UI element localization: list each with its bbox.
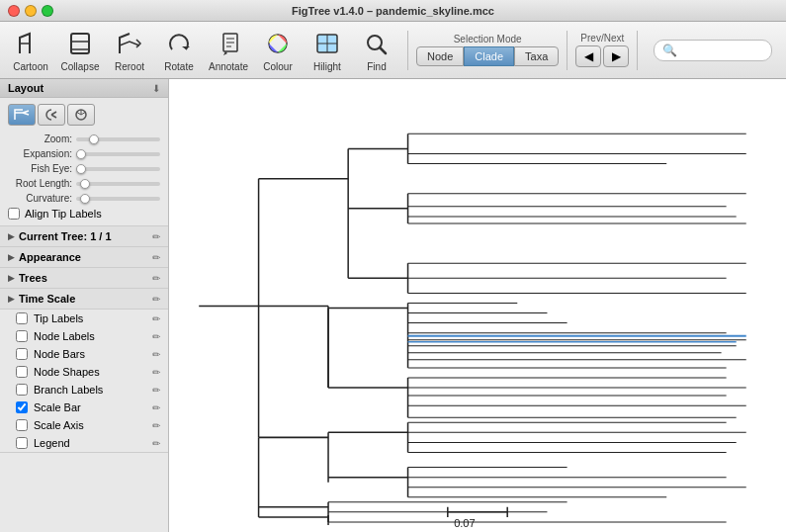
fish-eye-row: Fish Eye: — [8, 163, 160, 174]
rotate-label: Rotate — [164, 61, 193, 72]
prev-button[interactable]: ◀ — [575, 45, 601, 67]
clade-button[interactable]: Clade — [464, 46, 514, 66]
scale-axis-checkbox[interactable] — [16, 419, 28, 431]
sidebar: Layout ⬇ — [0, 79, 169, 532]
branch-labels-label: Branch Labels — [34, 384, 146, 396]
align-tip-checkbox[interactable] — [8, 208, 20, 220]
collapse-label: Collapse — [61, 61, 100, 72]
current-tree-edit-icon: ✏ — [152, 231, 160, 242]
cartoon-icon — [15, 28, 46, 59]
selection-buttons: Node Clade Taxa — [416, 46, 559, 66]
find-button[interactable]: Find — [354, 27, 399, 74]
node-shapes-item[interactable]: Node Shapes ✏ — [0, 363, 168, 381]
root-length-slider[interactable] — [76, 182, 160, 186]
node-shapes-checkbox[interactable] — [16, 366, 28, 378]
layout-polar-button[interactable] — [38, 104, 65, 126]
svg-text:0.07: 0.07 — [454, 517, 476, 529]
appearance-arrow: ▶ — [8, 252, 15, 262]
svg-line-18 — [51, 115, 56, 118]
zoom-label: Zoom: — [8, 133, 72, 144]
reroot-button[interactable]: Reroot — [107, 27, 152, 74]
annotate-label: Annotate — [209, 61, 248, 72]
separator-1 — [407, 31, 408, 70]
scale-bar-label: Scale Bar — [34, 401, 146, 413]
separator-3 — [637, 31, 638, 70]
minimize-button[interactable] — [25, 5, 37, 17]
node-shapes-label: Node Shapes — [34, 366, 146, 378]
layout-radial-button[interactable] — [67, 104, 95, 126]
cartoon-label: Cartoon — [13, 61, 48, 72]
scale-bar-item[interactable]: Scale Bar ✏ — [0, 399, 168, 416]
hilight-icon — [311, 28, 343, 59]
tree-view[interactable]: 0.07 0.07 — [169, 79, 786, 532]
separator-2 — [567, 31, 568, 70]
node-button[interactable]: Node — [416, 46, 464, 66]
time-scale-arrow: ▶ — [8, 294, 15, 304]
fish-eye-slider[interactable] — [76, 167, 160, 171]
toolbar: Cartoon Collapse Reroot — [0, 22, 786, 79]
node-labels-edit: ✏ — [152, 331, 160, 342]
branch-labels-checkbox[interactable] — [16, 384, 28, 396]
time-scale-header[interactable]: ▶ Time Scale ✏ — [0, 289, 168, 309]
zoom-row: Zoom: — [8, 133, 160, 144]
layout-title: Layout — [8, 82, 44, 94]
selection-mode-label: Selection Mode — [454, 34, 522, 44]
layout-rectangular-button[interactable] — [8, 104, 36, 126]
search-icon: 🔍 — [662, 44, 677, 57]
reroot-label: Reroot — [115, 61, 144, 72]
node-labels-item[interactable]: Node Labels ✏ — [0, 327, 168, 345]
expansion-label: Expansion: — [8, 148, 72, 159]
scale-bar-edit: ✏ — [152, 402, 160, 413]
zoom-slider[interactable] — [76, 137, 160, 141]
time-scale-edit-icon: ✏ — [152, 294, 160, 305]
layout-icons — [8, 104, 160, 126]
main-content: Layout ⬇ — [0, 79, 786, 532]
svg-line-17 — [51, 112, 56, 115]
appearance-header[interactable]: ▶ Appearance ✏ — [0, 247, 168, 267]
branch-labels-edit: ✏ — [152, 385, 160, 396]
node-bars-item[interactable]: Node Bars ✏ — [0, 345, 168, 363]
window-buttons — [8, 5, 53, 17]
legend-edit: ✏ — [152, 438, 160, 449]
expansion-slider[interactable] — [76, 152, 160, 156]
maximize-button[interactable] — [42, 5, 53, 17]
search-input[interactable] — [681, 44, 770, 56]
tip-labels-label: Tip Labels — [34, 312, 146, 324]
node-labels-checkbox[interactable] — [16, 330, 28, 342]
legend-checkbox[interactable] — [16, 437, 28, 449]
annotate-button[interactable]: Annotate — [206, 27, 251, 74]
branch-labels-item[interactable]: Branch Labels ✏ — [0, 381, 168, 399]
trees-section: ▶ Trees ✏ — [0, 268, 168, 289]
colour-button[interactable]: Colour — [255, 27, 301, 74]
legend-item[interactable]: Legend ✏ — [0, 434, 168, 452]
next-button[interactable]: ▶ — [603, 45, 629, 67]
taxa-button[interactable]: Taxa — [514, 46, 559, 66]
svg-marker-3 — [182, 46, 190, 49]
scale-axis-item[interactable]: Scale Axis ✏ — [0, 416, 168, 434]
node-bars-checkbox[interactable] — [16, 348, 28, 360]
trees-header[interactable]: ▶ Trees ✏ — [0, 268, 168, 288]
layout-section-header[interactable]: Layout ⬇ — [0, 79, 168, 98]
tip-labels-edit: ✏ — [152, 313, 160, 324]
collapse-button[interactable]: Collapse — [57, 27, 103, 74]
scale-axis-edit: ✏ — [152, 420, 160, 431]
current-tree-header[interactable]: ▶ Current Tree: 1 / 1 ✏ — [0, 226, 168, 246]
close-button[interactable] — [8, 5, 20, 17]
find-icon — [361, 28, 393, 59]
curvature-slider[interactable] — [76, 197, 160, 201]
cartoon-button[interactable]: Cartoon — [8, 27, 53, 74]
reroot-icon — [114, 28, 145, 59]
annotate-icon — [213, 28, 244, 59]
hilight-button[interactable]: Hilight — [305, 27, 350, 74]
node-labels-label: Node Labels — [34, 330, 146, 342]
find-label: Find — [367, 61, 386, 72]
svg-rect-0 — [71, 34, 89, 53]
scale-bar-checkbox[interactable] — [16, 401, 28, 413]
checklist: Tip Labels ✏ Node Labels ✏ Node Bars ✏ N… — [0, 310, 168, 453]
rotate-button[interactable]: Rotate — [156, 27, 202, 74]
current-tree-section: ▶ Current Tree: 1 / 1 ✏ — [0, 226, 168, 247]
tip-labels-item[interactable]: Tip Labels ✏ — [0, 310, 168, 327]
window-title: FigTree v1.4.0 – pandemic_skyline.mcc — [292, 5, 494, 17]
tip-labels-checkbox[interactable] — [16, 312, 28, 324]
current-tree-arrow: ▶ — [8, 231, 15, 241]
